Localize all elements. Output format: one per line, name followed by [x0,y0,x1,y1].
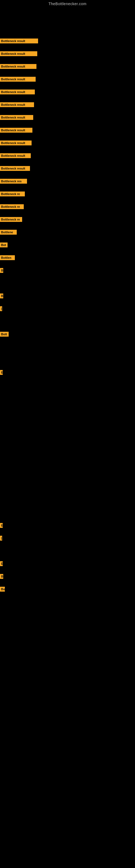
bar-label: Bottleneck result [0,141,32,145]
bar-label: Bott [0,332,9,337]
bar-item: Bottleneck result [0,153,31,158]
bar-label: E [0,370,3,375]
bar-item: Bottleneck result [0,77,36,82]
bar-item: Bot [0,243,8,247]
bar-label: Bottleneck res [0,179,27,184]
bar-label: Bottleneck result [0,128,32,133]
bar-item: B [0,268,3,273]
bar-item: B [0,574,3,579]
bar-label: Bottleneck result [0,64,37,69]
bar-item: E [0,561,3,566]
bar-item: Bottleneck re [0,217,22,222]
bar-label: Bottleneck re [0,191,25,196]
bar-item: Bottleneck result [0,141,32,145]
bar-label: B [0,574,3,579]
bar-item: Bottlene [0,230,17,235]
bar-label: Bottleneck result [0,38,38,43]
bar-label: Bot [0,243,8,247]
bar-label: Bottleneck result [0,51,37,56]
bar-label: Bottleneck result [0,77,36,82]
bar-label: B [0,293,3,299]
bar-item: Bott [0,332,9,337]
bar-item: Bottleneck result [0,38,38,43]
bar-item: B [0,293,3,299]
bar-label: Bottleneck result [0,90,35,94]
bar-label: Bottlene [0,230,17,235]
bar-label: B [0,268,3,273]
bar-item: Bottleneck res [0,179,27,184]
bar-label: | [0,536,2,540]
bar-label: Bottleneck re [0,217,22,222]
bar-item: Bottleneck re [0,191,25,196]
bar-label: E [0,523,3,528]
bar-label: | [0,306,2,311]
bar-label: Bottlen [0,255,15,260]
bar-item: Bottlen [0,255,15,260]
bar-item: Bottleneck result [0,166,30,171]
bar-item: Bottleneck result [0,90,35,94]
bar-item: Bottleneck result [0,102,34,107]
bar-item: E [0,523,3,528]
bar-item: Bottleneck result [0,115,33,120]
bar-item: Bottleneck result [0,128,32,133]
bar-item: E [0,370,3,375]
bar-label: Bottleneck re [0,204,24,209]
bar-label: Bottleneck result [0,153,31,158]
bar-item: Bottleneck result [0,64,37,69]
bar-item: Bo [0,587,5,592]
bar-item: | [0,306,2,311]
bar-item: Bottleneck re [0,204,24,209]
bar-label: Bottleneck result [0,115,33,120]
bar-label: E [0,561,3,566]
bar-item: Bottleneck result [0,51,37,56]
bar-label: Bo [0,587,5,592]
bar-label: Bottleneck result [0,102,34,107]
site-title: TheBottlenecker.com [0,0,135,7]
bar-item: | [0,536,2,540]
bar-label: Bottleneck result [0,166,30,171]
